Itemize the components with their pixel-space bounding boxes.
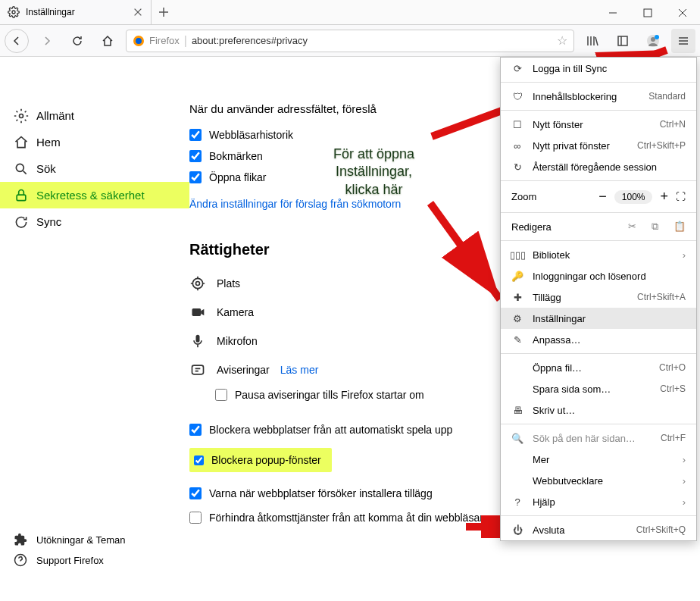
sidebar-item-label: Sök	[36, 162, 56, 175]
copy-icon[interactable]: ⧉	[652, 221, 658, 233]
menu-customize[interactable]: ✎Anpassa…	[501, 329, 696, 350]
search-suggestions-link[interactable]: Ändra inställningar för förslag från sök…	[189, 198, 401, 210]
lock-icon	[14, 188, 29, 203]
menu-content-blocking[interactable]: 🛡InnehållsblockeringStandard	[501, 86, 696, 107]
sidebar-item-sync[interactable]: Sync	[0, 208, 189, 235]
tutorial-annotation: För att öppna Inställningar, klicka här	[333, 146, 414, 199]
checkbox-warn-addons[interactable]: Varna när webbplatser försöker installer…	[189, 483, 433, 504]
menu-settings[interactable]: ⚙Inställningar	[501, 308, 696, 329]
home-icon	[14, 135, 29, 150]
camera-icon	[189, 304, 206, 321]
menu-logins[interactable]: 🔑Inloggningar och lösenord	[501, 265, 696, 286]
forward-button[interactable]	[35, 29, 59, 53]
svg-point-8	[20, 114, 23, 117]
menu-restore-session[interactable]: ↻Återställ föregående session	[501, 156, 696, 177]
key-icon: 🔑	[511, 270, 523, 282]
question-icon	[14, 553, 29, 568]
question-icon: ?	[511, 496, 523, 508]
search-icon: 🔍	[511, 432, 523, 444]
maximize-button[interactable]	[630, 0, 665, 25]
sidebar-item-label: Sekretess & säkerhet	[36, 189, 145, 202]
reload-button[interactable]	[65, 29, 89, 53]
svg-rect-10	[17, 195, 26, 201]
learn-more-link[interactable]: Läs mer	[280, 364, 319, 376]
firefox-logo-icon	[133, 35, 145, 47]
svg-point-13	[192, 278, 202, 288]
menu-new-window[interactable]: ☐Nytt fönsterCtrl+N	[501, 114, 696, 135]
window-controls	[595, 0, 700, 24]
sidebar-item-label: Sync	[36, 215, 61, 228]
shield-icon: 🛡	[511, 90, 523, 102]
sidebar-item-label: Hem	[36, 136, 61, 149]
new-tab-button[interactable]	[152, 0, 176, 24]
menu-edit-row: Redigera ✂ ⧉ 📋	[501, 216, 696, 237]
perm-label: Aviseringar	[217, 364, 270, 376]
minimize-button[interactable]	[595, 0, 630, 25]
sidebar-item-general[interactable]: Allmänt	[0, 102, 189, 129]
brush-icon: ✎	[511, 333, 523, 346]
browser-tab[interactable]: Inställningar	[0, 0, 152, 24]
zoom-level: 100%	[614, 190, 653, 204]
menu-find[interactable]: 🔍Sök på den här sidan…Ctrl+F	[501, 427, 696, 449]
sidebar-item-privacy[interactable]: Sekretess & säkerhet	[0, 182, 189, 208]
preferences-sidebar: Allmänt Hem Sök Sekretess & säkerhet Syn…	[0, 57, 189, 601]
sync-icon	[14, 214, 29, 230]
checkbox-block-popups[interactable]: Blockera popup-fönster	[189, 448, 332, 472]
svg-point-12	[196, 282, 200, 286]
zoom-out-button[interactable]: −	[598, 189, 607, 205]
menu-new-private[interactable]: ∞Nytt privat fönsterCtrl+Skift+P	[501, 135, 696, 156]
cut-icon[interactable]: ✂	[628, 221, 636, 233]
fullscreen-button[interactable]: ⛶	[676, 191, 686, 202]
menu-quit[interactable]: ⏻AvslutaCtrl+Skift+Q	[501, 519, 696, 540]
home-button[interactable]	[95, 29, 120, 53]
sidebar-item-home[interactable]: Hem	[0, 129, 189, 155]
menu-print[interactable]: 🖶Skriv ut…	[501, 399, 696, 421]
menu-open-file[interactable]: Öppna fil…Ctrl+O	[501, 357, 696, 378]
svg-point-3	[136, 38, 142, 44]
menu-webdev[interactable]: Webbutvecklare›	[501, 470, 696, 491]
svg-point-0	[12, 11, 15, 14]
menu-zoom-row: Zoom − 100% + ⛶	[501, 184, 696, 209]
microphone-icon	[189, 333, 206, 349]
back-button[interactable]	[5, 29, 29, 53]
svg-rect-15	[196, 335, 200, 343]
chevron-right-icon: ›	[683, 496, 686, 508]
paste-icon[interactable]: 📋	[673, 221, 686, 233]
menu-help[interactable]: ?Hjälp›	[501, 491, 696, 512]
notification-icon	[189, 362, 206, 378]
menu-save-as[interactable]: Spara sida som…Ctrl+S	[501, 378, 696, 399]
perm-label: Mikrofon	[217, 335, 258, 347]
gear-icon	[14, 108, 29, 124]
restore-icon: ↻	[511, 161, 523, 173]
app-menu-panel: ⟳Logga in till Sync 🛡Innehållsblockering…	[500, 57, 697, 541]
print-icon: 🖶	[511, 404, 523, 416]
gear-icon	[8, 6, 20, 18]
puzzle-icon	[14, 533, 29, 548]
zoom-in-button[interactable]: +	[660, 189, 668, 205]
close-icon[interactable]	[133, 7, 143, 17]
perm-label: Kamera	[217, 306, 254, 318]
sidebar-item-extensions[interactable]: Utökningar & Teman	[0, 530, 189, 550]
identity-label: Firefox	[149, 35, 180, 46]
svg-rect-16	[192, 365, 204, 374]
close-window-button[interactable]	[665, 0, 700, 25]
svg-point-9	[16, 164, 23, 171]
library-icon: ▯▯▯	[511, 249, 523, 261]
menu-addons[interactable]: ✚TilläggCtrl+Skift+A	[501, 286, 696, 308]
window-icon: ☐	[511, 118, 523, 130]
location-icon	[189, 275, 206, 292]
power-icon: ⏻	[511, 524, 523, 536]
chevron-right-icon: ›	[683, 249, 686, 261]
titlebar: Inställningar	[0, 0, 700, 25]
chevron-right-icon: ›	[683, 475, 686, 487]
menu-more[interactable]: Mer›	[501, 449, 696, 470]
menu-library[interactable]: ▯▯▯Bibliotek›	[501, 244, 696, 265]
search-icon	[14, 161, 29, 177]
sidebar-item-label: Support Firefox	[36, 555, 104, 566]
puzzle-icon: ✚	[511, 291, 523, 303]
sidebar-item-search[interactable]: Sök	[0, 155, 189, 182]
chevron-right-icon: ›	[683, 454, 686, 465]
sidebar-item-support[interactable]: Support Firefox	[0, 550, 189, 571]
svg-rect-14	[192, 308, 202, 316]
menu-sign-in[interactable]: ⟳Logga in till Sync	[501, 58, 696, 79]
